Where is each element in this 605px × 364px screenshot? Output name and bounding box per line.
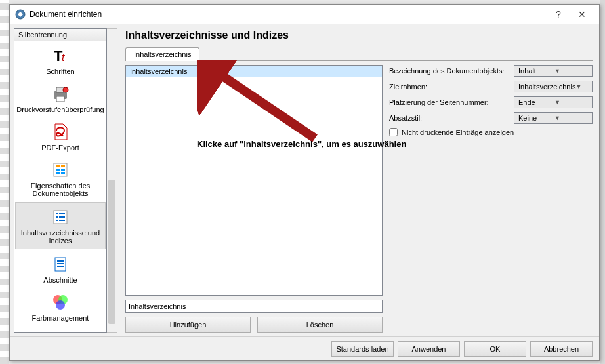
- close-button[interactable]: ✕: [570, 6, 594, 23]
- frame-label: Zielrahmen:: [389, 83, 514, 91]
- frame-combo[interactable]: Inhaltsverzeichnis▼: [514, 81, 593, 92]
- svg-rect-11: [61, 169, 65, 171]
- toc-name-input[interactable]: [125, 300, 383, 313]
- sidebar-item-sections[interactable]: Abschnitte: [14, 250, 106, 288]
- svg-rect-12: [56, 172, 60, 174]
- svg-rect-16: [59, 213, 65, 214]
- page-label: Platzierung der Seitennummer:: [389, 98, 514, 106]
- chevron-down-icon: ▼: [554, 68, 591, 74]
- apply-button[interactable]: Anwenden: [398, 341, 460, 357]
- svg-point-5: [63, 87, 68, 92]
- pdf-icon: [50, 121, 71, 142]
- svg-rect-22: [57, 260, 64, 262]
- svg-rect-15: [56, 213, 58, 214]
- delete-button[interactable]: Löschen: [257, 317, 383, 333]
- style-label: Absatzstil:: [389, 114, 514, 122]
- toc-icon: [50, 207, 71, 228]
- svg-rect-18: [59, 216, 65, 218]
- fonts-icon: Tt: [50, 45, 71, 66]
- sidebar-header: Silbentrennung: [14, 29, 106, 41]
- sidebar-scrollbar[interactable]: [107, 28, 117, 333]
- tab-toc[interactable]: Inhaltsverzeichnis: [125, 47, 199, 61]
- nonprinting-checkbox[interactable]: [389, 128, 398, 136]
- svg-rect-20: [59, 220, 65, 221]
- ok-button[interactable]: OK: [464, 341, 526, 357]
- svg-rect-9: [61, 165, 65, 167]
- sections-icon: [50, 254, 71, 275]
- add-button[interactable]: Hinzufügen: [125, 317, 251, 333]
- app-icon: [15, 9, 26, 20]
- svg-rect-8: [56, 165, 60, 167]
- sidebar-item-preflight[interactable]: Druckvorstufenüberprüfung: [14, 79, 106, 117]
- sidebar-item-pdf[interactable]: PDF-Export: [14, 117, 106, 155]
- svg-rect-6: [56, 96, 64, 102]
- defaults-button[interactable]: Standards laden: [331, 341, 394, 357]
- printer-icon: [50, 83, 71, 104]
- sidebar-item-colormgmt[interactable]: Farbmanagement: [14, 288, 106, 326]
- page-combo[interactable]: Ende▼: [514, 96, 593, 108]
- window-title: Dokument einrichten: [30, 10, 547, 19]
- sidebar-item-docprops[interactable]: Eigenschaften des Dokumentobjekts: [14, 155, 106, 201]
- toc-list[interactable]: Inhaltsverzeichnis: [125, 65, 383, 296]
- chevron-down-icon: ▼: [554, 99, 591, 106]
- svg-text:t: t: [62, 52, 65, 63]
- sidebar-item-toc[interactable]: Inhaltsverzeichnisse und Indizes: [15, 202, 106, 249]
- chevron-down-icon: ▼: [575, 83, 591, 90]
- svg-rect-10: [56, 169, 60, 171]
- color-icon: [50, 292, 71, 313]
- name-label: Bezeichnung des Dokumentobjekts:: [389, 67, 514, 75]
- svg-rect-13: [61, 172, 65, 174]
- svg-point-27: [56, 300, 65, 310]
- sidebar-item-fonts[interactable]: Tt Schriften: [14, 41, 106, 79]
- svg-rect-17: [56, 216, 58, 218]
- chevron-down-icon: ▼: [554, 115, 591, 121]
- cancel-button[interactable]: Abbrechen: [530, 341, 593, 357]
- nonprinting-label: Nicht druckende Einträge anzeigen: [402, 129, 514, 136]
- list-item[interactable]: Inhaltsverzeichnis: [126, 66, 382, 77]
- help-button[interactable]: ?: [547, 6, 570, 23]
- name-combo[interactable]: Inhalt▼: [514, 65, 593, 77]
- properties-icon: [50, 159, 71, 180]
- category-list[interactable]: Silbentrennung Tt Schriften Druckvorstuf…: [14, 28, 107, 333]
- svg-rect-24: [57, 266, 64, 267]
- svg-rect-19: [56, 220, 58, 221]
- page-heading: Inhaltsverzeichnisse und Indizes: [125, 30, 593, 41]
- style-combo[interactable]: Keine▼: [514, 112, 593, 124]
- svg-rect-23: [57, 263, 64, 264]
